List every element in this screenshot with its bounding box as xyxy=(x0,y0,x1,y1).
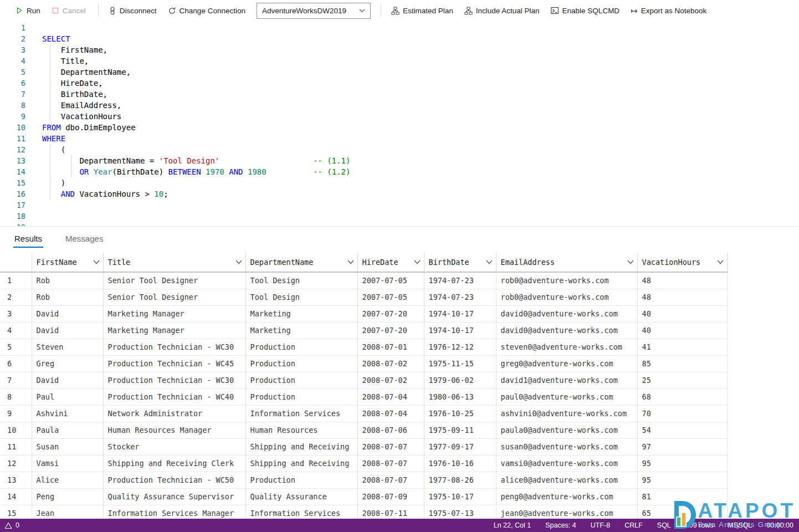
editor-line[interactable]: 3 FirstName, xyxy=(0,44,799,55)
column-header-birthdate[interactable]: BirthDate xyxy=(424,253,496,272)
grid-cell[interactable]: rob0@adventure-works.com xyxy=(496,272,637,289)
grid-cell[interactable]: Human Resources Manager xyxy=(103,422,245,438)
grid-cell[interactable]: Stocker xyxy=(103,438,245,455)
grid-cell[interactable]: 2008-07-09 xyxy=(357,488,424,505)
grid-cell[interactable]: Tool Design xyxy=(245,289,357,305)
grid-cell[interactable]: David xyxy=(32,372,103,388)
grid-cell[interactable]: 1976-12-12 xyxy=(424,339,496,355)
code-text[interactable]: AND VacationHours > 10; xyxy=(42,188,168,200)
grid-cell[interactable]: 40 xyxy=(637,305,727,322)
grid-cell[interactable]: greg0@adventure-works.com xyxy=(496,355,637,372)
editor-line[interactable]: 18 xyxy=(0,211,799,222)
grid-cell[interactable]: Shipping and Receiving xyxy=(245,438,357,455)
code-text[interactable]: FROM dbo.DimEmployee xyxy=(42,122,136,133)
grid-cell[interactable]: Production Technician - WC30 xyxy=(103,372,245,388)
grid-cell[interactable]: paula0@adventure-works.com xyxy=(496,422,637,438)
grid-cell[interactable]: Susan xyxy=(32,438,103,455)
grid-cell[interactable]: 2008-07-02 xyxy=(357,372,424,388)
row-number-cell[interactable]: 11 xyxy=(0,438,32,455)
grid-cell[interactable]: 2008-07-06 xyxy=(357,422,424,438)
row-number-cell[interactable]: 13 xyxy=(0,472,32,488)
row-number-cell[interactable]: 9 xyxy=(0,405,32,422)
grid-cell[interactable]: 97 xyxy=(637,438,727,455)
connection-dropdown[interactable]: AdventureWorksDW2019 xyxy=(257,3,371,19)
status-eol[interactable]: CRLF xyxy=(624,521,643,529)
grid-cell[interactable]: 41 xyxy=(637,339,727,355)
estimated-plan-button[interactable]: Estimated Plan xyxy=(391,7,453,15)
grid-cell[interactable]: Rob xyxy=(32,289,103,305)
cancel-button[interactable]: Cancel xyxy=(52,7,86,15)
editor-line[interactable]: 7 BirthDate, xyxy=(0,89,799,100)
editor-line[interactable]: 16 AND VacationHours > 10; xyxy=(0,188,799,200)
row-number-cell[interactable]: 6 xyxy=(0,355,32,372)
editor-line[interactable]: 14 OR Year(BirthDate) BETWEEN 1970 AND 1… xyxy=(0,166,799,177)
grid-cell[interactable]: Shipping and Receiving Clerk xyxy=(103,455,245,472)
editor-line[interactable]: 15 ) xyxy=(0,177,799,188)
run-button[interactable]: Run xyxy=(16,7,40,15)
grid-cell[interactable]: 85 xyxy=(637,355,727,372)
grid-cell[interactable]: david0@adventure-works.com xyxy=(496,322,637,339)
grid-cell[interactable]: 1976-10-25 xyxy=(424,405,496,422)
grid-cell[interactable]: Marketing xyxy=(245,322,357,339)
row-number-cell[interactable]: 2 xyxy=(0,289,32,305)
grid-cell[interactable]: Shipping and Receiving xyxy=(245,455,357,472)
column-header-hiredate[interactable]: HireDate xyxy=(357,253,424,272)
grid-cell[interactable]: 1979-06-02 xyxy=(424,372,496,388)
editor-line[interactable]: 10FROM dbo.DimEmployee xyxy=(0,122,799,133)
grid-cell[interactable]: Senior Tool Designer xyxy=(103,289,245,305)
grid-cell[interactable]: paul0@adventure-works.com xyxy=(496,388,637,405)
grid-cell[interactable]: Production xyxy=(245,388,357,405)
grid-cell[interactable]: Production xyxy=(245,339,357,355)
grid-cell[interactable]: 1977-08-26 xyxy=(424,472,496,488)
grid-cell[interactable]: Marketing Manager xyxy=(103,322,245,339)
grid-cell[interactable]: 40 xyxy=(637,322,727,339)
grid-cell[interactable]: 2008-07-04 xyxy=(357,405,424,422)
grid-cell[interactable]: 2007-07-20 xyxy=(357,305,424,322)
grid-cell[interactable]: 48 xyxy=(637,289,727,305)
grid-cell[interactable]: Quality Assurance xyxy=(245,488,357,505)
column-menu-icon[interactable] xyxy=(347,260,354,264)
tab-messages[interactable]: Messages xyxy=(64,232,104,248)
code-text[interactable]: DepartmentName = 'Tool Design' -- (1.1) xyxy=(42,155,350,166)
editor-line[interactable]: 6 HireDate, xyxy=(0,78,799,89)
grid-cell[interactable]: Production xyxy=(245,355,357,372)
grid-cell[interactable]: Tool Design xyxy=(245,272,357,289)
column-menu-icon[interactable] xyxy=(93,260,100,264)
column-menu-icon[interactable] xyxy=(717,260,724,264)
row-number-cell[interactable]: 5 xyxy=(0,339,32,355)
code-text[interactable]: HireDate, xyxy=(42,78,103,89)
editor-line[interactable]: 17 xyxy=(0,200,799,211)
grid-cell[interactable]: Production Technician - WC40 xyxy=(103,388,245,405)
change-connection-button[interactable]: Change Connection xyxy=(168,7,245,15)
code-text[interactable]: OR Year(BirthDate) BETWEEN 1970 AND 1980… xyxy=(42,166,350,177)
editor-line[interactable]: 4 Title, xyxy=(0,55,799,66)
grid-cell[interactable]: 1980-06-13 xyxy=(424,388,496,405)
code-text[interactable]: Title, xyxy=(42,55,89,66)
row-number-cell[interactable]: 8 xyxy=(0,388,32,405)
grid-cell[interactable]: 1974-10-17 xyxy=(424,305,496,322)
grid-cell[interactable]: 2008-07-07 xyxy=(357,472,424,488)
column-menu-icon[interactable] xyxy=(414,260,421,264)
code-text[interactable]: DepartmentName, xyxy=(42,66,131,78)
row-number-cell[interactable]: 4 xyxy=(0,322,32,339)
grid-cell[interactable]: 95 xyxy=(637,455,727,472)
grid-cell[interactable]: Alice xyxy=(32,472,103,488)
grid-cell[interactable]: david0@adventure-works.com xyxy=(496,305,637,322)
column-menu-icon[interactable] xyxy=(627,260,634,264)
grid-cell[interactable]: 54 xyxy=(637,422,727,438)
grid-cell[interactable]: 1974-07-23 xyxy=(424,289,496,305)
code-text[interactable]: ) xyxy=(42,177,65,188)
grid-cell[interactable]: 2008-07-07 xyxy=(357,438,424,455)
row-number-cell[interactable]: 14 xyxy=(0,488,32,505)
grid-cell[interactable]: 25 xyxy=(637,372,727,388)
column-header-title[interactable]: Title xyxy=(103,253,245,272)
row-number-cell[interactable]: 7 xyxy=(0,372,32,388)
grid-cell[interactable]: Marketing xyxy=(245,305,357,322)
grid-cell[interactable]: david1@adventure-works.com xyxy=(496,372,637,388)
status-encoding[interactable]: UTF-8 xyxy=(591,521,610,529)
editor-line[interactable]: 11WHERE xyxy=(0,133,799,144)
grid-cell[interactable]: 2008-07-01 xyxy=(357,339,424,355)
grid-cell[interactable]: 95 xyxy=(637,472,727,488)
editor-line[interactable]: 2SELECT xyxy=(0,33,799,44)
grid-cell[interactable]: Information Services xyxy=(245,405,357,422)
